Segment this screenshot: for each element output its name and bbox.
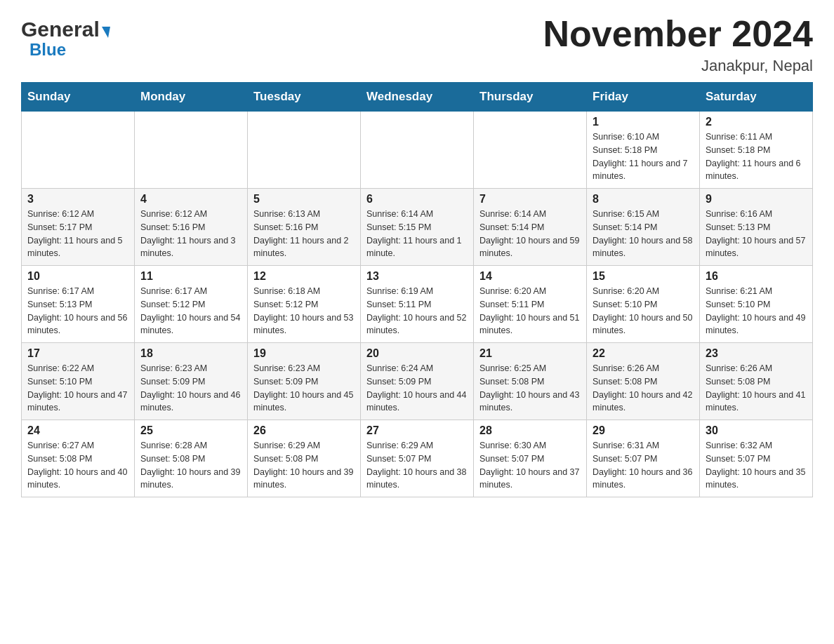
day-number: 13 xyxy=(366,270,468,283)
day-info: Sunrise: 6:10 AMSunset: 5:18 PMDaylight:… xyxy=(593,130,694,183)
calendar-table: SundayMondayTuesdayWednesdayThursdayFrid… xyxy=(21,82,813,497)
logo-general-text: General xyxy=(21,18,110,41)
calendar-cell: 2Sunrise: 6:11 AMSunset: 5:18 PMDaylight… xyxy=(700,112,813,189)
calendar-cell: 25Sunrise: 6:28 AMSunset: 5:08 PMDayligh… xyxy=(135,420,248,497)
day-number: 10 xyxy=(27,270,128,283)
day-info: Sunrise: 6:29 AMSunset: 5:07 PMDaylight:… xyxy=(366,439,468,492)
calendar-cell: 14Sunrise: 6:20 AMSunset: 5:11 PMDayligh… xyxy=(474,266,587,343)
weekday-header-saturday: Saturday xyxy=(700,83,813,112)
calendar-cell: 7Sunrise: 6:14 AMSunset: 5:14 PMDaylight… xyxy=(474,189,587,266)
day-number: 8 xyxy=(593,193,694,206)
day-info: Sunrise: 6:29 AMSunset: 5:08 PMDaylight:… xyxy=(253,439,355,492)
day-info: Sunrise: 6:18 AMSunset: 5:12 PMDaylight:… xyxy=(253,285,355,337)
calendar-cell: 20Sunrise: 6:24 AMSunset: 5:09 PMDayligh… xyxy=(361,343,474,420)
day-number: 2 xyxy=(706,116,807,128)
day-number: 29 xyxy=(593,424,694,437)
calendar-cell: 24Sunrise: 6:27 AMSunset: 5:08 PMDayligh… xyxy=(22,420,135,497)
calendar-cell: 16Sunrise: 6:21 AMSunset: 5:10 PMDayligh… xyxy=(700,266,813,343)
day-number: 23 xyxy=(706,347,807,360)
week-row-5: 24Sunrise: 6:27 AMSunset: 5:08 PMDayligh… xyxy=(22,420,813,497)
day-info: Sunrise: 6:12 AMSunset: 5:17 PMDaylight:… xyxy=(27,208,128,260)
page-header: General Blue November 2024 Janakpur, Nep… xyxy=(21,14,813,75)
calendar-cell: 19Sunrise: 6:23 AMSunset: 5:09 PMDayligh… xyxy=(248,343,361,420)
day-number: 17 xyxy=(27,347,128,360)
day-number: 18 xyxy=(140,347,241,360)
logo-blue-text: Blue xyxy=(29,40,66,60)
day-info: Sunrise: 6:28 AMSunset: 5:08 PMDaylight:… xyxy=(140,439,241,492)
day-info: Sunrise: 6:24 AMSunset: 5:09 PMDaylight:… xyxy=(366,362,468,415)
day-number: 15 xyxy=(593,270,694,283)
day-info: Sunrise: 6:27 AMSunset: 5:08 PMDaylight:… xyxy=(27,439,128,492)
calendar-cell: 10Sunrise: 6:17 AMSunset: 5:13 PMDayligh… xyxy=(22,266,135,343)
calendar-cell: 12Sunrise: 6:18 AMSunset: 5:12 PMDayligh… xyxy=(248,266,361,343)
title-block: November 2024 Janakpur, Nepal xyxy=(543,14,813,75)
day-number: 11 xyxy=(140,270,241,283)
day-info: Sunrise: 6:17 AMSunset: 5:13 PMDaylight:… xyxy=(27,285,128,337)
calendar-cell: 8Sunrise: 6:15 AMSunset: 5:14 PMDaylight… xyxy=(587,189,700,266)
calendar-cell: 1Sunrise: 6:10 AMSunset: 5:18 PMDaylight… xyxy=(587,112,700,189)
day-info: Sunrise: 6:17 AMSunset: 5:12 PMDaylight:… xyxy=(140,285,241,337)
day-info: Sunrise: 6:20 AMSunset: 5:10 PMDaylight:… xyxy=(593,285,694,337)
day-info: Sunrise: 6:26 AMSunset: 5:08 PMDaylight:… xyxy=(706,362,807,415)
day-number: 24 xyxy=(27,424,128,437)
calendar-cell xyxy=(22,112,135,189)
calendar-cell xyxy=(361,112,474,189)
calendar-cell: 3Sunrise: 6:12 AMSunset: 5:17 PMDaylight… xyxy=(22,189,135,266)
day-number: 14 xyxy=(479,270,581,283)
calendar-cell: 30Sunrise: 6:32 AMSunset: 5:07 PMDayligh… xyxy=(700,420,813,497)
day-number: 19 xyxy=(253,347,355,360)
calendar-cell: 22Sunrise: 6:26 AMSunset: 5:08 PMDayligh… xyxy=(587,343,700,420)
day-number: 3 xyxy=(27,193,128,206)
day-info: Sunrise: 6:14 AMSunset: 5:14 PMDaylight:… xyxy=(479,208,581,260)
weekday-header-row: SundayMondayTuesdayWednesdayThursdayFrid… xyxy=(22,83,813,112)
calendar-cell: 5Sunrise: 6:13 AMSunset: 5:16 PMDaylight… xyxy=(248,189,361,266)
calendar-cell: 26Sunrise: 6:29 AMSunset: 5:08 PMDayligh… xyxy=(248,420,361,497)
day-info: Sunrise: 6:26 AMSunset: 5:08 PMDaylight:… xyxy=(593,362,694,415)
day-info: Sunrise: 6:19 AMSunset: 5:11 PMDaylight:… xyxy=(366,285,468,337)
day-number: 5 xyxy=(253,193,355,206)
calendar-cell: 6Sunrise: 6:14 AMSunset: 5:15 PMDaylight… xyxy=(361,189,474,266)
day-info: Sunrise: 6:31 AMSunset: 5:07 PMDaylight:… xyxy=(593,439,694,492)
day-info: Sunrise: 6:20 AMSunset: 5:11 PMDaylight:… xyxy=(479,285,581,337)
calendar-cell: 27Sunrise: 6:29 AMSunset: 5:07 PMDayligh… xyxy=(361,420,474,497)
day-info: Sunrise: 6:30 AMSunset: 5:07 PMDaylight:… xyxy=(479,439,581,492)
calendar-cell: 28Sunrise: 6:30 AMSunset: 5:07 PMDayligh… xyxy=(474,420,587,497)
calendar-cell: 21Sunrise: 6:25 AMSunset: 5:08 PMDayligh… xyxy=(474,343,587,420)
day-info: Sunrise: 6:14 AMSunset: 5:15 PMDaylight:… xyxy=(366,208,468,260)
calendar-cell: 17Sunrise: 6:22 AMSunset: 5:10 PMDayligh… xyxy=(22,343,135,420)
day-info: Sunrise: 6:13 AMSunset: 5:16 PMDaylight:… xyxy=(253,208,355,260)
day-number: 26 xyxy=(253,424,355,437)
calendar-cell: 18Sunrise: 6:23 AMSunset: 5:09 PMDayligh… xyxy=(135,343,248,420)
week-row-4: 17Sunrise: 6:22 AMSunset: 5:10 PMDayligh… xyxy=(22,343,813,420)
weekday-header-wednesday: Wednesday xyxy=(361,83,474,112)
day-info: Sunrise: 6:12 AMSunset: 5:16 PMDaylight:… xyxy=(140,208,241,260)
day-info: Sunrise: 6:32 AMSunset: 5:07 PMDaylight:… xyxy=(706,439,807,492)
day-number: 21 xyxy=(479,347,581,360)
day-number: 12 xyxy=(253,270,355,283)
day-info: Sunrise: 6:23 AMSunset: 5:09 PMDaylight:… xyxy=(253,362,355,415)
week-row-3: 10Sunrise: 6:17 AMSunset: 5:13 PMDayligh… xyxy=(22,266,813,343)
day-info: Sunrise: 6:11 AMSunset: 5:18 PMDaylight:… xyxy=(706,130,807,183)
day-number: 4 xyxy=(140,193,241,206)
calendar-cell xyxy=(135,112,248,189)
day-number: 1 xyxy=(593,116,694,128)
day-number: 7 xyxy=(479,193,581,206)
day-number: 16 xyxy=(706,270,807,283)
week-row-2: 3Sunrise: 6:12 AMSunset: 5:17 PMDaylight… xyxy=(22,189,813,266)
day-info: Sunrise: 6:22 AMSunset: 5:10 PMDaylight:… xyxy=(27,362,128,415)
day-info: Sunrise: 6:23 AMSunset: 5:09 PMDaylight:… xyxy=(140,362,241,415)
week-row-1: 1Sunrise: 6:10 AMSunset: 5:18 PMDaylight… xyxy=(22,112,813,189)
day-number: 28 xyxy=(479,424,581,437)
calendar-cell: 29Sunrise: 6:31 AMSunset: 5:07 PMDayligh… xyxy=(587,420,700,497)
calendar-cell: 11Sunrise: 6:17 AMSunset: 5:12 PMDayligh… xyxy=(135,266,248,343)
calendar-cell xyxy=(248,112,361,189)
weekday-header-sunday: Sunday xyxy=(22,83,135,112)
weekday-header-tuesday: Tuesday xyxy=(248,83,361,112)
day-number: 6 xyxy=(366,193,468,206)
weekday-header-thursday: Thursday xyxy=(474,83,587,112)
day-number: 22 xyxy=(593,347,694,360)
day-number: 9 xyxy=(706,193,807,206)
calendar-cell: 9Sunrise: 6:16 AMSunset: 5:13 PMDaylight… xyxy=(700,189,813,266)
day-info: Sunrise: 6:25 AMSunset: 5:08 PMDaylight:… xyxy=(479,362,581,415)
calendar-cell xyxy=(474,112,587,189)
